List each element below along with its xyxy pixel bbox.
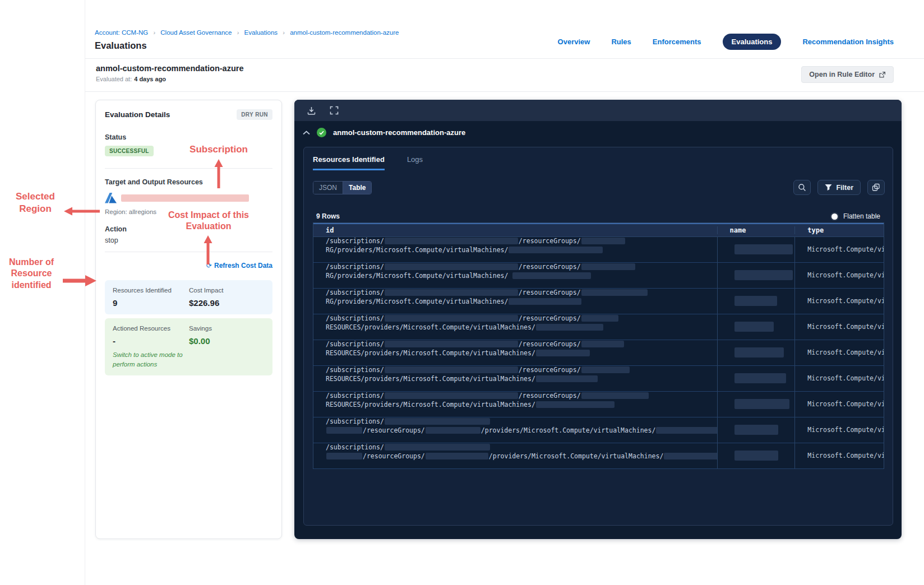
redacted-value (734, 425, 778, 435)
breadcrumb-account[interactable]: Account: CCM-NG (95, 29, 148, 36)
subscription-redacted-bar (121, 194, 249, 202)
table-row[interactable]: /subscriptions//resourceGroups/RESOURCES… (313, 366, 884, 392)
tab-resources-identified[interactable]: Resources Identified (313, 155, 385, 170)
results-toolbar (294, 100, 902, 121)
cell-name (717, 263, 795, 288)
cell-type: Microsoft.Compute/virtu (794, 366, 884, 391)
results-tabs: Resources Identified Logs (313, 155, 423, 170)
redacted-value (536, 375, 598, 382)
redacted-value (385, 418, 490, 425)
table-row[interactable]: /subscriptions//resourceGroups/RG/provid… (313, 289, 884, 314)
search-icon (798, 183, 806, 192)
copy-button[interactable] (867, 180, 885, 195)
redacted-value (426, 427, 481, 434)
flatten-table-toggle[interactable]: Flatten table (831, 212, 880, 220)
redacted-value (734, 244, 793, 254)
redacted-value (385, 341, 518, 347)
actioned-resources-value: - (113, 336, 189, 346)
open-rule-editor-button[interactable]: Open in Rule Editor (801, 66, 894, 83)
cost-impact-box: Resources Identified 9 Cost Impact $226.… (105, 280, 272, 314)
redacted-value (664, 453, 717, 459)
cell-type: Microsoft.Compute/virtu (794, 392, 884, 417)
cell-id: /subscriptions//resourceGroups/RG/provid… (313, 237, 717, 262)
results-table-body: /subscriptions//resourceGroups/RG/provid… (313, 237, 884, 469)
refresh-cost-data-link[interactable]: ⟳Refresh Cost Data (206, 262, 272, 270)
breadcrumb-separator: › (237, 29, 239, 36)
cell-id: /subscriptions//resourceGroups/RESOURCES… (313, 366, 717, 391)
column-header-type[interactable]: type (794, 226, 884, 234)
section-divider (105, 168, 272, 169)
cost-impact-label: Cost Impact (189, 287, 223, 294)
redacted-value (385, 315, 518, 322)
selected-region-arrow (64, 207, 101, 216)
redacted-value (656, 427, 717, 434)
redacted-value (326, 453, 362, 459)
collapse-chevron-icon[interactable] (303, 131, 310, 135)
page-title: Evaluations (95, 40, 147, 51)
cell-name (717, 392, 795, 417)
nav-tab-rules[interactable]: Rules (611, 38, 631, 46)
annotation-selected-region: Selected Region (4, 191, 66, 215)
redacted-value (385, 289, 518, 296)
table-row[interactable]: /subscriptions//resourceGroups/RESOURCES… (313, 392, 884, 417)
cell-id: /subscriptions//resourceGroups//provider… (313, 417, 717, 443)
cell-type: Microsoft.Compute/virtu (794, 443, 884, 468)
table-row[interactable]: /subscriptions//resourceGroups/RG/provid… (313, 237, 884, 263)
redacted-value (581, 366, 630, 373)
table-row[interactable]: /subscriptions//resourceGroups//provider… (313, 417, 884, 443)
expand-icon[interactable] (330, 106, 339, 115)
table-row[interactable]: /subscriptions//resourceGroups/RG/provid… (313, 263, 884, 289)
view-toggle-table[interactable]: Table (343, 182, 371, 194)
toggle-dot-icon (831, 213, 838, 220)
breadcrumb-item-rule[interactable]: anmol-custom-recommendation-azure (290, 29, 399, 36)
action-value: stop (105, 236, 272, 244)
cell-name (717, 289, 795, 314)
redacted-value (734, 296, 777, 306)
resources-identified-label: Resources Identified (113, 287, 189, 294)
cell-type: Microsoft.Compute/virtu (794, 263, 884, 288)
table-row[interactable]: /subscriptions//resourceGroups//provider… (313, 443, 884, 469)
breadcrumb-item-governance[interactable]: Cloud Asset Governance (160, 29, 232, 36)
cell-type: Microsoft.Compute/virtu (794, 417, 884, 443)
breadcrumb: Account: CCM-NG › Cloud Asset Governance… (95, 29, 399, 36)
redacted-value (509, 247, 603, 253)
resources-count-arrow (62, 275, 96, 287)
dry-run-badge: DRY RUN (237, 109, 272, 120)
breadcrumb-item-evaluations[interactable]: Evaluations (244, 29, 278, 36)
status-badge: SUCCESSFUL (105, 146, 154, 156)
cell-name (717, 443, 795, 468)
table-row[interactable]: /subscriptions//resourceGroups/RESOURCES… (313, 314, 884, 340)
results-table: id name type /subscriptions//resourceGro… (313, 222, 884, 469)
evaluations-page: Account: CCM-NG › Cloud Asset Governance… (0, 0, 924, 585)
nav-tab-recommendation-insights[interactable]: Recommendation Insights (802, 38, 894, 46)
table-row[interactable]: /subscriptions//resourceGroups/RESOURCES… (313, 340, 884, 366)
cell-id: /subscriptions//resourceGroups/RESOURCES… (313, 340, 717, 365)
redacted-value (734, 347, 784, 357)
result-title: anmol-custom-recommendation-azure (333, 128, 465, 137)
filter-button[interactable]: Filter (817, 180, 861, 195)
cell-type: Microsoft.Compute/virtu (794, 340, 884, 365)
redacted-value (512, 272, 591, 279)
redacted-value (581, 341, 624, 347)
azure-icon (105, 193, 117, 203)
tab-logs[interactable]: Logs (407, 155, 423, 170)
evaluation-details-card: Evaluation Details DRY RUN Status SUCCES… (95, 100, 282, 539)
redacted-value (536, 324, 603, 331)
view-toggle-json[interactable]: JSON (313, 182, 343, 194)
nav-tab-evaluations-active[interactable]: Evaluations (723, 34, 782, 50)
search-button[interactable] (793, 180, 811, 195)
column-header-id[interactable]: id (313, 226, 717, 234)
cell-name (717, 417, 795, 443)
cell-name (717, 340, 795, 365)
cell-id: /subscriptions//resourceGroups/RESOURCES… (313, 392, 717, 417)
redacted-value (581, 392, 649, 399)
cell-name (717, 366, 795, 391)
filter-icon (825, 184, 832, 191)
external-link-icon (879, 71, 886, 78)
column-header-name[interactable]: name (717, 226, 795, 234)
nav-tab-overview[interactable]: Overview (558, 38, 590, 46)
nav-tab-enforcements[interactable]: Enforcements (653, 38, 701, 46)
download-icon[interactable] (307, 106, 316, 115)
redacted-value (581, 263, 635, 270)
view-toggle: JSON Table (313, 181, 372, 194)
